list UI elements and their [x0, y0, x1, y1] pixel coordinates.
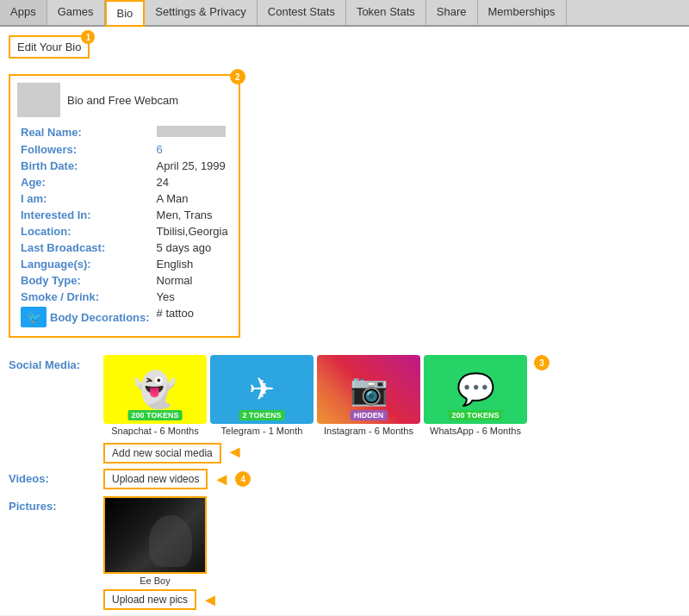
table-row: Body Type: Normal: [17, 272, 232, 289]
field-value: # tattoo: [153, 305, 232, 329]
field-label: Last Broadcast:: [17, 240, 153, 256]
picture-label: Ee Boy: [103, 576, 207, 586]
field-value: 24: [153, 174, 232, 190]
whatsapp-icon: 💬: [456, 371, 495, 408]
profile-header: Bio and Free Webcam: [17, 83, 232, 117]
field-label: Body Decorations:: [50, 311, 150, 324]
social-media-content: 👻 200 TOKENS Snapchat - 6 Months ✈ 2 TOK…: [103, 355, 549, 464]
instagram-label: Instagram - 6 Months: [317, 426, 420, 436]
pictures-label: Pictures:: [9, 496, 103, 513]
field-value: Men, Trans: [153, 207, 232, 223]
videos-section: Videos: Upload new videos ◄ 4: [9, 469, 680, 489]
table-row: Interested In: Men, Trans: [17, 207, 232, 223]
main-content: Edit Your Bio 1 2 Bio and Free Webcam Re…: [0, 27, 689, 615]
tab-token-stats[interactable]: Token Stats: [346, 0, 426, 25]
field-label: Body Type:: [17, 272, 153, 289]
table-row: 🐦 Body Decorations: # tattoo: [17, 305, 232, 329]
field-value: Yes: [153, 289, 232, 305]
badge-2: 2: [230, 69, 245, 84]
profile-avatar: [17, 83, 60, 117]
table-row: Real Name:: [17, 124, 232, 141]
badge-1: 1: [81, 30, 95, 44]
edit-bio-button[interactable]: Edit Your Bio 1: [9, 35, 90, 59]
whatsapp-label: WhatsApp - 6 Months: [424, 426, 527, 436]
telegram-token-badge: 2 TOKENS: [239, 410, 285, 420]
snapchat-label: Snapchat - 6 Months: [103, 426, 207, 436]
table-row: Language(s): English: [17, 256, 232, 272]
field-label: Language(s):: [17, 256, 153, 272]
social-card-snapchat[interactable]: 👻 200 TOKENS Snapchat - 6 Months: [103, 355, 207, 436]
social-card-whatsapp[interactable]: 💬 200 TOKENS WhatsApp - 6 Months: [424, 355, 527, 436]
social-cards-container: 👻 200 TOKENS Snapchat - 6 Months ✈ 2 TOK…: [103, 355, 527, 436]
pictures-content: Ee Boy Upload new pics ◄: [103, 496, 219, 610]
social-media-section: Social Media: 👻 200 TOKENS Snapchat - 6 …: [9, 355, 680, 464]
social-card-telegram[interactable]: ✈ 2 TOKENS Telegram - 1 Month: [210, 355, 313, 436]
arrow-upload-videos: ◄: [213, 470, 230, 489]
table-row: Birth Date: April 25, 1999: [17, 158, 232, 174]
tab-share[interactable]: Share: [426, 0, 478, 25]
field-value: Normal: [153, 272, 232, 289]
instagram-icon: 📷: [350, 371, 388, 408]
field-label: I am:: [17, 190, 153, 207]
table-row: Last Broadcast: 5 days ago: [17, 240, 232, 256]
field-label: Interested In:: [17, 207, 153, 223]
picture-thumbnail: [103, 496, 207, 574]
field-value: A Man: [153, 190, 232, 207]
videos-label: Videos:: [9, 469, 103, 485]
tab-contest-stats[interactable]: Contest Stats: [258, 0, 346, 25]
field-label: Real Name:: [17, 124, 153, 141]
tab-bar: Apps Games Bio Settings & Privacy Contes…: [0, 0, 689, 27]
profile-info-table: Real Name: Followers: 6 Birth Date: Apri…: [17, 124, 232, 329]
upload-pics-button[interactable]: Upload new pics: [103, 589, 196, 610]
tab-apps[interactable]: Apps: [0, 0, 47, 25]
arrow-add-social: ◄: [227, 442, 244, 462]
profile-title: Bio and Free Webcam: [67, 94, 178, 107]
add-social-media-button[interactable]: Add new social media: [103, 443, 221, 464]
field-value: April 25, 1999: [153, 158, 232, 174]
tab-settings-privacy[interactable]: Settings & Privacy: [145, 0, 258, 25]
whatsapp-token-badge: 200 TOKENS: [449, 410, 503, 420]
snapchat-icon: 👻: [133, 370, 177, 410]
social-media-label: Social Media:: [9, 355, 103, 371]
field-value: 6: [153, 141, 232, 158]
field-label: Followers:: [17, 141, 153, 158]
field-value: Tbilisi,Georgia: [153, 223, 232, 240]
table-row: Age: 24: [17, 174, 232, 190]
arrow-upload-pics: ◄: [202, 590, 219, 610]
upload-videos-button[interactable]: Upload new videos: [103, 469, 208, 489]
profile-box: 2 Bio and Free Webcam Real Name: Followe…: [9, 74, 240, 338]
telegram-icon: ✈: [249, 371, 275, 408]
field-value: English: [153, 256, 232, 272]
field-value: 5 days ago: [153, 240, 232, 256]
badge-3: 3: [534, 355, 549, 370]
telegram-label: Telegram - 1 Month: [210, 426, 313, 436]
tab-bio[interactable]: Bio: [105, 0, 146, 27]
field-label: Location:: [17, 223, 153, 240]
snapchat-token-badge: 200 TOKENS: [128, 410, 183, 420]
picture-item[interactable]: Ee Boy: [103, 496, 207, 586]
social-card-instagram[interactable]: 📷 HIDDEN Instagram - 6 Months: [317, 355, 420, 436]
table-row: Location: Tbilisi,Georgia: [17, 223, 232, 240]
pictures-section: Pictures: Ee Boy Upload new pics ◄: [9, 496, 680, 610]
table-row: Followers: 6: [17, 141, 232, 158]
field-label: Age:: [17, 174, 153, 190]
field-value: [153, 124, 232, 141]
badge-4: 4: [235, 471, 251, 487]
twitter-icon: 🐦: [21, 307, 47, 327]
videos-content: Upload new videos ◄ 4: [103, 469, 251, 489]
field-label: Smoke / Drink:: [17, 289, 153, 305]
tab-games[interactable]: Games: [47, 0, 105, 25]
instagram-token-badge: HIDDEN: [351, 410, 388, 420]
table-row: Smoke / Drink: Yes: [17, 289, 232, 305]
field-label: Birth Date:: [17, 158, 153, 174]
tab-memberships[interactable]: Memberships: [478, 0, 567, 25]
table-row: I am: A Man: [17, 190, 232, 207]
